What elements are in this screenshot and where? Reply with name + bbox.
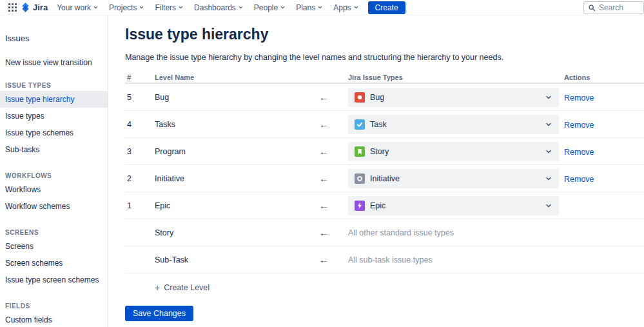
level-name: Sub-Task [155,255,319,264]
nav-people[interactable]: People [254,3,286,12]
sidebar-item-issue-type-schemes[interactable]: Issue type schemes [0,124,108,141]
arrow-cell: ← [319,227,348,239]
nav-apps[interactable]: Apps [333,3,358,12]
hierarchy-table-body: 5Bug←BugRemove4Tasks←TaskRemove3Program←… [125,84,644,273]
remove-button[interactable]: Remove [564,94,594,103]
chevron-down-icon [139,5,144,10]
issue-type-label: Bug [370,93,540,102]
remove-button[interactable]: Remove [564,121,594,130]
arrow-cell: ← [319,119,348,130]
issue-type-select[interactable]: Story [348,142,559,161]
table-row: 3Program←StoryRemove [125,138,644,165]
sidebar-item-workflows[interactable]: Workflows [0,181,108,198]
jira-logo[interactable]: Jira [21,3,48,12]
issue-types-cell: Initiative [348,169,564,188]
nav-dashboards[interactable]: Dashboards [194,3,244,12]
issue-types-cell: Bug [348,88,564,107]
issue-type-select[interactable]: Initiative [348,169,559,188]
issue-types-cell: Story [348,142,564,161]
left-arrow-icon: ← [319,119,329,130]
table-row: 2Initiative←InitiativeRemove [125,165,644,192]
chevron-down-icon [545,175,552,183]
header-number: # [125,74,155,81]
create-level-button[interactable]: + Create Level [155,282,210,293]
arrow-cell: ← [319,92,348,103]
search-box[interactable] [583,1,644,14]
task-icon [355,119,365,130]
nav-label: Apps [333,3,351,12]
nav-label: People [254,3,278,12]
sidebar-item-workflow-schemes[interactable]: Workflow schemes [0,198,108,215]
nav-label: Projects [109,3,137,12]
main-content: Issue type hierarchy Manage the issue ty… [108,15,644,327]
nav-your-work[interactable]: Your work [57,3,99,12]
sidebar-item-issue-types[interactable]: Issue types [0,108,108,124]
app-name: Jira [33,3,48,12]
sidebar-section-heading: FIELDS [0,301,108,312]
issue-type-select[interactable]: Epic [348,196,559,215]
issue-type-select[interactable]: Task [348,115,559,134]
level-number: 5 [125,93,155,102]
level-name: Program [155,147,319,156]
nav-label: Filters [155,3,176,12]
level-number: 1 [125,201,155,210]
left-arrow-icon: ← [319,200,329,211]
grid-icon [8,3,17,12]
sidebar-item-screen-schemes[interactable]: Screen schemes [0,255,108,272]
left-arrow-icon: ← [319,173,329,184]
sidebar-item-sub-tasks[interactable]: Sub-tasks [0,141,108,158]
initiative-icon [355,173,365,184]
hierarchy-table: # Level Name Jira Issue Types Actions 5B… [125,72,644,302]
issue-type-label: Epic [370,201,540,210]
issue-type-label: Story [370,147,540,156]
app-switcher-icon[interactable] [5,1,19,14]
left-arrow-icon: ← [319,227,329,238]
save-changes-button[interactable]: Save Changes [125,306,193,321]
actions-cell: Remove [564,92,644,103]
issue-type-label: Task [370,120,540,129]
sidebar-section-heading: WORKFLOWS [0,171,108,181]
table-row: 4Tasks←TaskRemove [125,111,644,138]
arrow-cell: ← [319,173,348,184]
jira-logo-icon [21,3,30,12]
sidebar-item-custom-fields[interactable]: Custom fields [0,312,108,327]
issue-type-placeholder: All sub-task issue types [348,255,433,264]
actions-cell: Remove [564,146,644,157]
issue-types-cell: Task [348,115,564,134]
actions-cell: Remove [564,173,644,184]
remove-button[interactable]: Remove [564,175,594,184]
nav-label: Dashboards [194,3,236,12]
remove-button[interactable]: Remove [564,148,594,157]
issue-type-placeholder: All other standard issue types [348,228,454,237]
sidebar-item-new-issue-view-transition[interactable]: New issue view transition [0,57,108,68]
search-input[interactable] [599,3,638,12]
create-level-label: Create Level [164,283,210,292]
chevron-down-icon [545,121,552,128]
nav-projects[interactable]: Projects [109,3,144,12]
table-row: Sub-Task←All sub-task issue types [125,246,644,273]
sidebar-item-issue-type-screen-schemes[interactable]: Issue type screen schemes [0,272,108,288]
header-level-name: Level Name [155,74,319,81]
arrow-cell: ← [319,200,348,212]
epic-icon [355,201,365,211]
table-header-row: # Level Name Jira Issue Types Actions [125,72,644,84]
level-name: Story [155,228,319,237]
create-level-row: + Create Level [125,273,644,302]
table-row: 5Bug←BugRemove [125,84,644,111]
arrow-cell: ← [319,254,348,266]
sidebar-item-screens[interactable]: Screens [0,238,108,255]
nav-filters[interactable]: Filters [155,3,184,12]
settings-sidebar: Issues New issue view transition ISSUE T… [0,15,108,327]
sidebar-section-heading: SCREENS [0,228,108,238]
level-number: 2 [125,174,155,183]
create-button[interactable]: Create [368,1,405,14]
sidebar-title: Issues [5,34,102,43]
level-name: Tasks [155,120,319,129]
sidebar-item-issue-type-hierarchy[interactable]: Issue type hierarchy [0,91,108,108]
chevron-down-icon [178,5,184,10]
header-issue-types: Jira Issue Types [348,74,564,81]
story-icon [355,146,365,157]
nav-plans[interactable]: Plans [296,3,323,12]
issue-type-select[interactable]: Bug [348,88,559,107]
level-name: Bug [155,93,319,102]
